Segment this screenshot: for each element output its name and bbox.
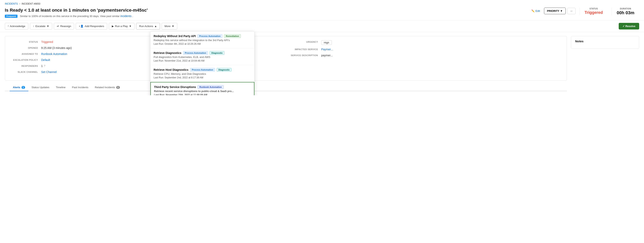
dropdown-item-title-3: Retrieve Host Diagnostics [154,68,188,71]
incident-title: Is Ready < 1.0 at least once in 1 minute… [5,8,527,13]
dropdown-item-retrieve-diagnostics[interactable]: Retrieve Diagnostics Process Automation … [150,48,254,65]
tab-timeline-label: Timeline [56,86,66,89]
escalation-label: ESCALATION POLICY [10,58,38,61]
tag-process-automation-2: Process Automation [183,51,208,55]
escalate-icon: ↑ [33,25,34,28]
service-desc-value: paymer... [321,54,333,57]
tag-runbook-automation: Runbook Automation [198,85,224,89]
tab-related-incidents[interactable]: Related Incidents 0 [92,84,123,91]
reassign-icon: ⇌ [57,25,59,28]
dropdown-item-title-2: Retrieve Diagnostics [154,51,182,54]
dropdown-item-desc-4: Retrieve recent service disruptions to p… [154,90,251,93]
tag-process-automation-3: Process Automation [190,68,215,72]
dropdown-item-desc-2: Pull diagnostics from Kubernetes, ELB, a… [154,55,251,58]
info-row-service-desc: SERVICE DESCRIPTION paymer... [290,54,562,57]
reassign-label: Reassign [60,25,71,28]
status-block: STATUS Triggered [580,8,608,15]
frequent-badge: Frequent [5,15,18,18]
add-responders-label: Add Responders [85,25,104,28]
resolve-button[interactable]: ✓ Resolve [619,23,639,29]
dropdown-item-header-3: Retrieve Host Diagnostics Process Automa… [154,68,251,72]
duration-value: 00h 03m [617,10,634,15]
resolve-label: ✓ Resolve [622,25,635,28]
breadcrumb-current: INCIDENT #6650 [22,2,40,5]
priority-dash-button[interactable]: -- [567,8,576,14]
tab-related-incidents-label: Related Incidents [95,86,115,89]
urgency-label: URGENCY [290,40,318,43]
assigned-label: ASSIGNED TO [10,52,38,55]
toolbar: ! Acknowledge ↑ Escalate ▼ ⇌ Reassign +👤… [0,20,644,32]
notes-section: Notes [571,36,639,49]
past-incidents-link[interactable]: incidents [120,14,132,18]
run-actions-label: Run Actions [139,25,153,28]
info-row-impacted: IMPACTED SERVICE Paymer... [290,48,562,51]
info-card: STATUS Triggered OPENED 9:25 AM (3 minut… [5,36,567,81]
dropdown-item-lastrun-4: Last Run: November 15th, 2022 at 11:00:0… [154,93,251,95]
acknowledge-label: Acknowledge [10,25,25,28]
add-responders-button[interactable]: +👤 Add Responders [76,23,107,29]
tab-status-updates[interactable]: Status Updates [28,84,52,91]
status-value: Triggered [584,10,603,15]
escalate-button[interactable]: ↑ Escalate ▼ [30,23,52,29]
tab-timeline[interactable]: Timeline [52,84,69,91]
slack-value[interactable]: Set Channel [41,70,56,74]
assigned-value[interactable]: Runbook Automation [41,52,67,55]
dropdown-item-header-2: Retrieve Diagnostics Process Automation … [154,51,251,55]
tab-alerts[interactable]: Alerts 1 [10,84,28,91]
info-columns: STATUS Triggered OPENED 9:25 AM (3 minut… [10,40,562,76]
edit-label: Edit [536,9,540,12]
info-row-urgency: URGENCY High [290,40,562,45]
slack-label: SLACK CHANNEL [10,70,38,73]
dropdown-item-header-4: Third Party Service Disruptions Runbook … [154,85,251,89]
tab-past-incidents-label: Past Incidents [72,86,88,89]
priority-arrow: ▼ [560,9,563,12]
tab-status-updates-label: Status Updates [32,86,50,89]
run-play-icon: ▶ [112,25,114,28]
header-right: ✏️ Edit PRIORITY ▼ -- [532,8,575,14]
help-icon[interactable]: ? [44,65,45,67]
incidents-link[interactable]: INCIDENTS [5,2,18,5]
impacted-label: IMPACTED SERVICE [290,48,318,50]
tabs-bar: Alerts 1 Status Updates Timeline Past In… [5,84,567,91]
opened-value: 9:25 AM (3 minutes ago) [41,46,72,49]
info-right-col: URGENCY High IMPACTED SERVICE Paymer... … [290,40,562,76]
run-actions-dropdown: Redeploy Without 3rd Party API Process A… [150,31,254,95]
main-content: STATUS Triggered OPENED 9:25 AM (3 minut… [0,32,644,95]
tag-diagnostic-3: Diagnostic [216,68,232,72]
dropdown-item-redeploy[interactable]: Redeploy Without 3rd Party API Process A… [150,31,254,48]
run-play-label: Run a Play [115,25,128,28]
tab-past-incidents[interactable]: Past Incidents [69,84,92,91]
responders-value: 1 [41,64,43,68]
reassign-button[interactable]: ⇌ Reassign [54,23,74,29]
priority-button[interactable]: PRIORITY ▼ [544,8,566,14]
dropdown-item-header-1: Redeploy Without 3rd Party API Process A… [154,34,251,38]
responders-label: RESPONDERS [10,64,38,67]
tab-related-badge: 0 [116,86,120,89]
more-button[interactable]: More ▼ [162,23,178,29]
service-desc-label: SERVICE DESCRIPTION [290,54,318,56]
run-play-arrow: ▼ [129,25,132,28]
tag-diagnostic-2: Diagnostic [210,51,224,55]
responders-count: 1 ? [41,64,45,68]
acknowledge-button[interactable]: ! Acknowledge [5,23,28,29]
urgency-value: High [321,40,332,45]
status-label: STATUS [10,40,38,43]
duration-block: DURATION 00h 03m [612,8,639,15]
breadcrumb: INCIDENTS > INCIDENT #6650 [0,0,644,6]
period: . [132,14,133,18]
dropdown-item-third-party[interactable]: Third Party Service Disruptions Runbook … [150,82,254,95]
notes-title: Notes [575,39,635,43]
header-left: Is Ready < 1.0 at least once in 1 minute… [5,8,527,18]
escalate-arrow: ▼ [46,25,49,28]
similar-line: Frequent Similar to 100% of incidents on… [5,14,527,18]
impacted-value[interactable]: Paymer... [321,48,333,51]
dropdown-item-desc-1: Redeploy this service without the integr… [154,39,251,42]
status-info-value: Triggered [41,40,53,43]
add-responders-icon: +👤 [79,25,84,28]
more-label: More [164,25,171,28]
run-actions-button[interactable]: Run Actions ▲ [136,23,160,29]
dropdown-item-retrieve-host[interactable]: Retrieve Host Diagnostics Process Automa… [150,65,254,82]
run-play-button[interactable]: ▶ Run a Play ▼ [109,23,134,29]
escalation-value[interactable]: Default [41,58,50,61]
edit-button[interactable]: ✏️ Edit [532,9,540,12]
